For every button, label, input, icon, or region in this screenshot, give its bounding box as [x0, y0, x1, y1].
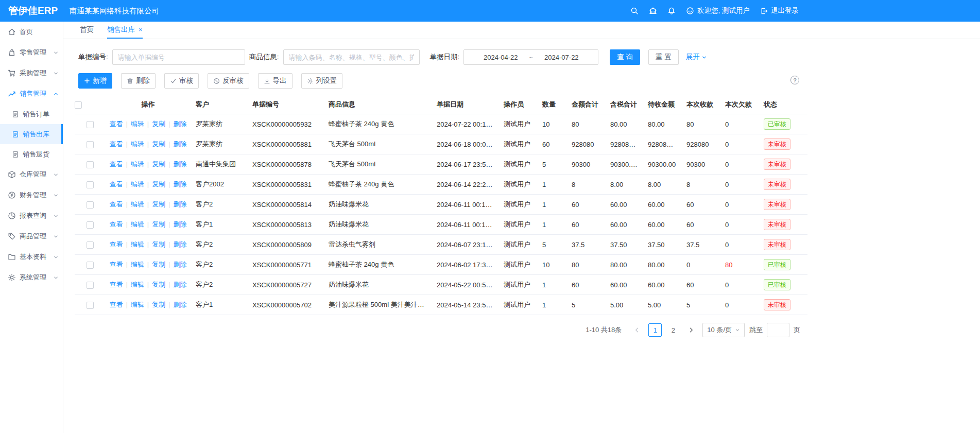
app-logo[interactable]: 管伊佳ERP: [0, 4, 63, 18]
close-icon[interactable]: ×: [139, 26, 143, 33]
audit-button[interactable]: 审核: [164, 73, 199, 89]
copy-link[interactable]: 复制: [152, 240, 165, 248]
sidebar-item-reports[interactable]: 报表查询: [0, 205, 63, 226]
copy-link[interactable]: 复制: [152, 200, 165, 208]
delete-link[interactable]: 删除: [174, 200, 187, 208]
row-checkbox[interactable]: [87, 121, 94, 128]
view-link[interactable]: 查看: [109, 180, 123, 188]
select-all-checkbox[interactable]: [75, 101, 82, 109]
row-checkbox[interactable]: [87, 302, 94, 309]
page-button-2[interactable]: 2: [666, 323, 680, 337]
view-link[interactable]: 查看: [109, 200, 123, 208]
reset-button[interactable]: 重 置: [648, 49, 679, 65]
view-link[interactable]: 查看: [109, 261, 123, 268]
bell-icon[interactable]: [667, 7, 676, 15]
tab-home[interactable]: 首页: [80, 22, 94, 39]
copy-link[interactable]: 复制: [152, 120, 165, 128]
sidebar-item-products[interactable]: 商品管理: [0, 226, 63, 247]
sidebar-item-retail[interactable]: 零售管理: [0, 42, 63, 63]
delete-link[interactable]: 删除: [174, 160, 187, 168]
help-icon[interactable]: ?: [790, 76, 799, 84]
edit-link[interactable]: 编辑: [131, 261, 144, 268]
tab-sales-outbound[interactable]: 销售出库 ×: [107, 22, 143, 39]
sidebar-item-system[interactable]: 系统管理: [0, 267, 63, 288]
search-icon[interactable]: [630, 7, 639, 15]
delete-link[interactable]: 删除: [174, 261, 187, 268]
product-info-input[interactable]: [283, 49, 420, 65]
view-link[interactable]: 查看: [109, 160, 123, 168]
row-checkbox[interactable]: [87, 221, 94, 229]
sales-outbound-table: 操作 客户 单据编号 商品信息 单据日期 操作员 数量 金额合计 含税合计 待收…: [75, 95, 807, 315]
view-link[interactable]: 查看: [109, 301, 123, 308]
sidebar-item-basic-data[interactable]: 基本资料: [0, 247, 63, 267]
copy-link[interactable]: 复制: [152, 281, 165, 288]
edit-link[interactable]: 编辑: [131, 140, 144, 148]
edit-link[interactable]: 编辑: [131, 120, 144, 128]
row-checkbox[interactable]: [87, 262, 94, 269]
copy-link[interactable]: 复制: [152, 140, 165, 148]
add-button[interactable]: 新增: [78, 73, 112, 89]
link-separator: |: [168, 120, 170, 128]
delete-link[interactable]: 删除: [174, 140, 187, 148]
delete-link[interactable]: 删除: [174, 281, 187, 288]
date-range-picker[interactable]: 2024-04-22 ~ 2024-07-22: [463, 49, 598, 65]
logout-button[interactable]: 退出登录: [760, 6, 799, 15]
jump-input[interactable]: [767, 323, 789, 337]
delete-link[interactable]: 删除: [174, 301, 187, 308]
export-button[interactable]: 导出: [258, 73, 293, 89]
delete-link[interactable]: 删除: [174, 180, 187, 188]
copy-link[interactable]: 复制: [152, 261, 165, 268]
column-settings-button[interactable]: 列设置: [301, 73, 343, 89]
page-button-1[interactable]: 1: [648, 323, 662, 337]
copy-link[interactable]: 复制: [152, 180, 165, 188]
sidebar-item-sales[interactable]: 销售管理: [0, 83, 63, 104]
sidebar-item-warehouse[interactable]: 仓库管理: [0, 164, 63, 185]
search-button[interactable]: 查 询: [610, 49, 640, 65]
page-size-select[interactable]: 10 条/页: [702, 323, 745, 337]
delete-link[interactable]: 删除: [174, 220, 187, 228]
delete-link[interactable]: 删除: [174, 120, 187, 128]
view-link[interactable]: 查看: [109, 240, 123, 248]
edit-link[interactable]: 编辑: [131, 220, 144, 228]
view-link[interactable]: 查看: [109, 220, 123, 228]
edit-link[interactable]: 编辑: [131, 160, 144, 168]
next-page-button[interactable]: [684, 323, 698, 337]
chevron-up-icon: [53, 91, 59, 97]
sidebar-item-sales-returns[interactable]: 销售退货: [0, 144, 63, 164]
view-link[interactable]: 查看: [109, 140, 123, 148]
link-separator: |: [168, 220, 170, 228]
view-link[interactable]: 查看: [109, 120, 123, 128]
delete-button[interactable]: 删除: [121, 73, 156, 89]
unaudit-button[interactable]: 反审核: [208, 73, 249, 89]
edit-link[interactable]: 编辑: [131, 240, 144, 248]
copy-link[interactable]: 复制: [152, 160, 165, 168]
status-badge: 已审核: [764, 259, 790, 271]
copy-link[interactable]: 复制: [152, 301, 165, 308]
bill-no-input[interactable]: [112, 49, 245, 65]
view-link[interactable]: 查看: [109, 281, 123, 288]
edit-link[interactable]: 编辑: [131, 281, 144, 288]
edit-link[interactable]: 编辑: [131, 301, 144, 308]
edit-link[interactable]: 编辑: [131, 180, 144, 188]
amount-cell: 80: [566, 255, 605, 275]
home-icon[interactable]: [649, 7, 657, 15]
sidebar-item-sales-outbound[interactable]: 销售出库: [0, 124, 63, 144]
sidebar-item-home[interactable]: 首页: [0, 22, 63, 42]
row-checkbox-cell: [75, 295, 106, 315]
delete-link[interactable]: 删除: [174, 240, 187, 248]
row-checkbox[interactable]: [87, 181, 94, 188]
row-checkbox[interactable]: [87, 241, 94, 249]
sidebar-item-finance[interactable]: 财务管理: [0, 185, 63, 205]
sidebar-item-sales-orders[interactable]: 销售订单: [0, 104, 63, 124]
edit-link[interactable]: 编辑: [131, 200, 144, 208]
expand-link[interactable]: 展开: [686, 53, 707, 62]
row-checkbox[interactable]: [87, 201, 94, 209]
row-checkbox[interactable]: [87, 282, 94, 289]
copy-link[interactable]: 复制: [152, 220, 165, 228]
sidebar-item-purchase[interactable]: 采购管理: [0, 63, 63, 83]
row-checkbox[interactable]: [87, 161, 94, 168]
welcome-user[interactable]: 欢迎您, 测试用户: [686, 6, 750, 15]
product-cell: 飞天茅台 500ml: [323, 134, 432, 154]
row-checkbox[interactable]: [87, 141, 94, 148]
prev-page-button[interactable]: [630, 323, 644, 337]
